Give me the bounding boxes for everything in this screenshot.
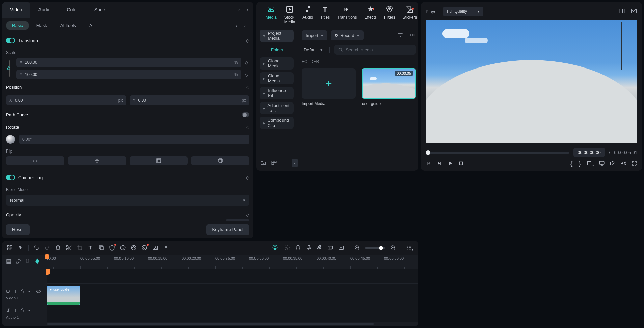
- collapse-sidebar-icon[interactable]: ‹: [292, 159, 298, 167]
- sidebar-folder[interactable]: Folder: [260, 45, 294, 55]
- text-icon[interactable]: [87, 245, 93, 252]
- sidebar-item-project[interactable]: ▾Project Media: [260, 30, 294, 42]
- timeline-scrollbar[interactable]: [2, 322, 418, 326]
- crop-icon[interactable]: [77, 245, 83, 252]
- settings-icon[interactable]: [284, 245, 290, 252]
- tab-stock[interactable]: Stock Media: [284, 5, 295, 24]
- tab-next-icon[interactable]: ›: [243, 5, 252, 14]
- lock-track-icon[interactable]: [20, 289, 25, 295]
- tl-grid-icon[interactable]: [7, 245, 13, 252]
- seek-bar[interactable]: [426, 152, 569, 154]
- import-button[interactable]: Import▾: [302, 30, 327, 40]
- tab-audio[interactable]: Audio: [302, 5, 313, 24]
- rotate-keyframe-icon[interactable]: ◇: [246, 125, 249, 130]
- display-icon[interactable]: [599, 160, 605, 167]
- import-media-card[interactable]: +: [302, 68, 356, 99]
- pathcurve-toggle[interactable]: [242, 112, 249, 117]
- scale-y-keyframe-icon[interactable]: ◇: [245, 72, 249, 77]
- zoom-out-icon[interactable]: [354, 245, 360, 252]
- transform-keyframe-icon[interactable]: ◇: [246, 38, 249, 43]
- position-keyframe-icon[interactable]: ◇: [246, 85, 249, 90]
- play-icon[interactable]: [447, 160, 453, 167]
- subtitle-icon[interactable]: [327, 245, 333, 252]
- split-icon[interactable]: [66, 245, 72, 252]
- rotate-field[interactable]: 0.00°: [19, 135, 249, 144]
- clip-target-icon[interactable]: [400, 90, 406, 97]
- mark-in-icon[interactable]: {: [569, 160, 573, 167]
- blend-mode-select[interactable]: Normal▾: [6, 195, 249, 206]
- ai-icon[interactable]: [141, 245, 147, 252]
- video-track-head[interactable]: 1 Video 1: [2, 283, 47, 305]
- view-mode-icon[interactable]: ▾: [406, 245, 413, 252]
- redo-icon[interactable]: [44, 245, 50, 252]
- prev-frame-icon[interactable]: [426, 160, 432, 167]
- mark-out-icon[interactable]: }: [578, 160, 582, 167]
- green-screen-icon[interactable]: [152, 245, 158, 252]
- transform-toggle[interactable]: [6, 38, 15, 43]
- folder-settings-icon[interactable]: [271, 160, 277, 167]
- copy-icon[interactable]: [98, 245, 104, 252]
- media-clip[interactable]: 00:00:05 user guide: [362, 68, 416, 106]
- link-icon[interactable]: [16, 259, 21, 265]
- speed-icon[interactable]: [120, 245, 126, 252]
- compositing-keyframe-icon[interactable]: ◇: [246, 175, 249, 180]
- timeline-clip[interactable]: user guide: [47, 286, 80, 305]
- zoom-slider[interactable]: [365, 247, 385, 249]
- clip-marker-icon[interactable]: [364, 90, 370, 97]
- tab-filters[interactable]: Filters: [384, 5, 395, 24]
- more-tools-icon[interactable]: [163, 245, 169, 252]
- opacity-keyframe-icon[interactable]: ◇: [246, 212, 249, 217]
- track-manager-icon[interactable]: [6, 259, 11, 265]
- reset-button[interactable]: Reset: [6, 224, 30, 235]
- sub-tab-a[interactable]: A: [83, 21, 99, 30]
- face-icon[interactable]: [272, 244, 279, 252]
- stop-icon[interactable]: [458, 160, 464, 167]
- rotate-knob[interactable]: [6, 135, 15, 144]
- new-folder-icon[interactable]: [260, 160, 266, 167]
- fullscreen-icon[interactable]: [631, 160, 637, 167]
- crop-mode-icon[interactable]: ▾: [586, 160, 594, 167]
- sub-tab-ai[interactable]: AI Tools: [54, 21, 82, 30]
- sub-next-icon[interactable]: ›: [241, 21, 249, 30]
- inspector-tab-color[interactable]: Color: [58, 2, 86, 18]
- zoom-head[interactable]: [379, 246, 383, 250]
- play-forward-icon[interactable]: [436, 160, 442, 167]
- keyframe-panel-button[interactable]: Keyframe Panel: [206, 224, 250, 235]
- record-button[interactable]: Record▾: [331, 30, 364, 40]
- undo-icon[interactable]: [33, 245, 39, 252]
- tab-stickers[interactable]: Stickers: [403, 5, 417, 24]
- mute-track-icon[interactable]: [28, 289, 33, 295]
- sort-default-button[interactable]: Default▾: [302, 45, 325, 55]
- seek-head[interactable]: [426, 150, 430, 155]
- snapshot-icon[interactable]: [630, 8, 637, 16]
- compare-icon[interactable]: [619, 8, 626, 16]
- lock-icon[interactable]: [7, 66, 11, 71]
- sidebar-item-global[interactable]: ▸Global Media: [260, 57, 294, 70]
- audio-track[interactable]: [47, 305, 418, 322]
- tab-media[interactable]: Media: [266, 5, 277, 24]
- inspector-tab-video[interactable]: Video: [2, 2, 30, 18]
- snap-icon[interactable]: [25, 259, 30, 265]
- hide-track-icon[interactable]: [36, 289, 41, 295]
- scale-x-field[interactable]: X100.00%: [16, 58, 241, 67]
- inspector-tab-audio[interactable]: Audio: [30, 2, 59, 18]
- marker-icon[interactable]: [295, 245, 301, 252]
- search-input[interactable]: Search media: [334, 45, 416, 55]
- inspector-tab-speed[interactable]: Spee: [86, 2, 113, 18]
- tab-titles[interactable]: Titles: [320, 5, 330, 24]
- sub-tab-mask[interactable]: Mask: [30, 21, 53, 30]
- marker-flag-icon[interactable]: [34, 258, 42, 266]
- fit-button[interactable]: [130, 156, 188, 165]
- scale-y-field[interactable]: Y100.00%: [16, 70, 241, 79]
- tab-effects[interactable]: Effects: [365, 5, 377, 24]
- delete-icon[interactable]: [55, 245, 61, 252]
- color-icon[interactable]: [131, 245, 137, 252]
- sidebar-item-cloud[interactable]: ▸Cloud Media: [260, 72, 294, 84]
- more-icon[interactable]: [409, 32, 416, 39]
- fill-button[interactable]: [191, 156, 249, 165]
- sidebar-item-compound[interactable]: ▸Compound Clip: [260, 117, 294, 129]
- zoom-in-icon[interactable]: [390, 245, 396, 252]
- preview-viewport[interactable]: [426, 20, 637, 143]
- current-time[interactable]: 00:00:00:00: [573, 148, 605, 157]
- lock-track-icon[interactable]: [20, 308, 25, 314]
